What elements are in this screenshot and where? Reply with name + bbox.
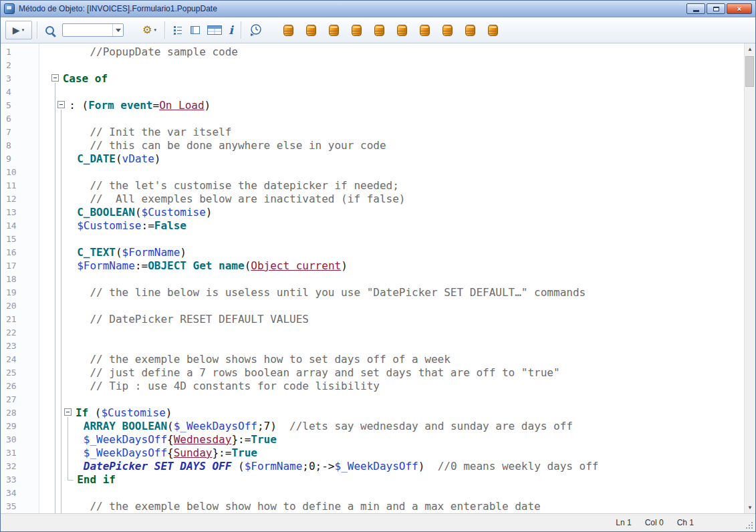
code-token: ) [418,460,425,473]
info-button[interactable]: i [226,21,235,39]
scroll-up-button[interactable]: ▲ [745,43,755,55]
fold-guide [55,83,55,513]
pane-icon [190,25,201,35]
code-line[interactable]: C_DATE(vDate) [39,152,744,166]
code-line[interactable] [39,326,744,340]
line-number: 6 [1,112,39,126]
code-line[interactable] [39,299,744,313]
combobox-arrow-button[interactable] [112,24,123,36]
code-token: //PopupDate sample code [45,45,238,58]
toolbar-separator [241,21,241,39]
search-button[interactable] [42,21,59,39]
code-token [45,433,84,446]
fold-guide [68,417,68,480]
macro-button[interactable] [394,21,410,39]
code-token: $FormName [122,246,180,259]
code-line[interactable]: // All exemples below are inactivated (i… [39,192,744,206]
macro-button[interactable] [463,21,478,39]
code-line[interactable]: // DatePicker RESET DEFAULT VALUES [39,313,744,326]
code-token: //0 means weekly days off [424,460,598,473]
code-line[interactable] [39,59,744,72]
vertical-scrollbar[interactable]: ▲ ▼ [744,43,755,513]
code-line[interactable]: $FormName:=OBJECT Get name(Object curren… [39,259,744,273]
line-number: 21 [1,313,39,326]
code-token: False [154,219,186,232]
code-line[interactable]: //PopupDate sample code [39,45,744,59]
macro-button[interactable] [372,21,387,39]
code-line[interactable] [39,86,744,99]
chevron-down-icon: ▼ [21,28,25,32]
run-method-button[interactable]: ▶ ▼ [5,21,32,39]
code-line[interactable]: // the exemple below shows how to set da… [39,353,744,366]
code-line[interactable] [39,487,744,500]
code-line[interactable]: // the line below is useless until you u… [39,286,744,299]
code-token: ( [135,206,142,219]
code-token: // Init the var itself [45,126,231,138]
title-bar[interactable]: Método de Objeto: [INVOICES].Formulario1… [1,1,755,17]
macro-barrel-icon [306,25,316,36]
navigation-combobox[interactable] [62,23,124,37]
code-line[interactable]: ARRAY BOOLEAN($_WeekDaysOff;7) //lets sa… [39,420,744,433]
line-number: 5 [1,99,39,112]
macro-button[interactable] [440,21,455,39]
maximize-button[interactable] [707,3,725,14]
code-line[interactable]: DatePicker SET DAYS OFF ($FormName;0;->$… [39,460,744,473]
fold-collapse-icon[interactable] [64,408,72,416]
scrollbar-thumb[interactable] [745,56,754,87]
code-line[interactable]: // Init the var itself [39,126,744,139]
code-line[interactable] [39,273,744,286]
fold-collapse-icon[interactable] [51,74,59,82]
code-token: // just define a 7 rows boolean array an… [45,366,560,379]
toolbar: ▶ ▼ ⚙ ▼ i [1,17,755,43]
code-line[interactable]: Case of [39,72,744,86]
code-line[interactable]: $_WeekDaysOff{Wednesday}:=True [39,433,744,446]
code-token: ) [205,99,211,112]
line-number: 28 [1,406,39,420]
pane-view-button[interactable] [187,21,203,39]
macro-button[interactable] [281,21,296,39]
code-line[interactable] [39,112,744,126]
code-line[interactable]: $Customise:=False [39,219,744,233]
code-line[interactable]: // the let's customise the datepicker if… [39,179,744,192]
resize-grip[interactable] [745,521,753,529]
line-number: 16 [1,246,39,259]
clock-button[interactable] [246,21,266,39]
code-line[interactable]: $_WeekDaysOff{Sunday}:=True [39,446,744,460]
code-line[interactable] [39,166,744,179]
gear-icon: ⚙ [142,25,152,35]
code-line[interactable]: // this can be done anywhere else in you… [39,139,744,152]
code-line[interactable] [39,393,744,406]
macro-button[interactable] [303,21,319,39]
code-line[interactable]: C_TEXT($FormName) [39,246,744,259]
scrollbar-track[interactable] [745,55,755,502]
close-icon: × [737,4,741,13]
minimize-button[interactable] [686,3,705,14]
code-line[interactable]: End if [39,473,744,487]
code-line[interactable]: // the exemple below show how to define … [39,500,744,513]
code-line[interactable]: // Tip : use 4D constants for code lisib… [39,380,744,393]
macro-button[interactable] [326,21,342,39]
close-button[interactable]: × [727,3,752,14]
macro-button[interactable] [485,21,501,39]
outline-list-button[interactable] [170,21,186,39]
table-window-button[interactable] [205,21,225,39]
code-line[interactable]: If ($Customise) [39,406,744,420]
code-line[interactable]: C_BOOLEAN($Customise) [39,206,744,219]
line-number: 13 [1,206,39,219]
code-line[interactable] [39,233,744,246]
macro-barrel-icon [374,25,384,36]
code-area[interactable]: //PopupDate sample code Case of : (Form … [39,43,744,513]
code-line[interactable]: : (Form event=On Load) [39,99,744,112]
macro-button[interactable] [349,21,364,39]
code-token: // All exemples below are inactivated (i… [45,192,405,205]
method-menu-button[interactable]: ⚙ ▼ [140,21,160,39]
macro-button[interactable] [417,21,432,39]
code-token: ) [206,206,213,219]
code-line[interactable] [39,340,744,353]
fold-collapse-icon[interactable] [57,101,65,108]
macro-barrel-icon [420,25,430,36]
scroll-down-button[interactable]: ▼ [745,502,755,513]
code-line[interactable]: // just define a 7 rows boolean array an… [39,366,744,380]
code-token: // this can be done anywhere else in you… [45,139,386,152]
info-icon: i [229,25,233,36]
